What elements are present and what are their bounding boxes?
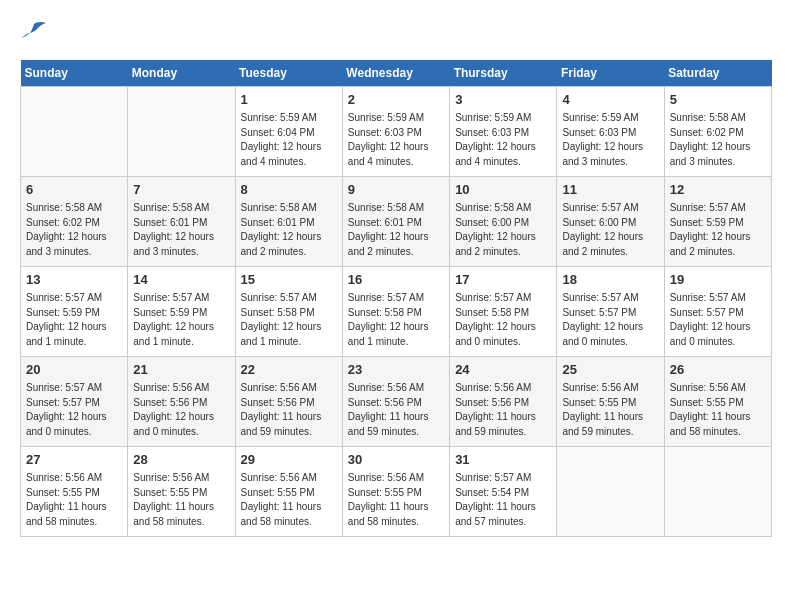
calendar-cell: 25Sunrise: 5:56 AM Sunset: 5:55 PM Dayli…	[557, 357, 664, 447]
day-info: Sunrise: 5:59 AM Sunset: 6:03 PM Dayligh…	[562, 111, 658, 169]
day-number: 15	[241, 271, 337, 289]
calendar-week-row: 13Sunrise: 5:57 AM Sunset: 5:59 PM Dayli…	[21, 267, 772, 357]
calendar-cell: 11Sunrise: 5:57 AM Sunset: 6:00 PM Dayli…	[557, 177, 664, 267]
day-info: Sunrise: 5:58 AM Sunset: 6:00 PM Dayligh…	[455, 201, 551, 259]
day-number: 18	[562, 271, 658, 289]
calendar-cell: 19Sunrise: 5:57 AM Sunset: 5:57 PM Dayli…	[664, 267, 771, 357]
calendar-cell: 26Sunrise: 5:56 AM Sunset: 5:55 PM Dayli…	[664, 357, 771, 447]
day-info: Sunrise: 5:58 AM Sunset: 6:01 PM Dayligh…	[133, 201, 229, 259]
column-header-friday: Friday	[557, 60, 664, 87]
column-header-sunday: Sunday	[21, 60, 128, 87]
calendar-cell: 2Sunrise: 5:59 AM Sunset: 6:03 PM Daylig…	[342, 87, 449, 177]
calendar-cell: 3Sunrise: 5:59 AM Sunset: 6:03 PM Daylig…	[450, 87, 557, 177]
calendar-cell: 8Sunrise: 5:58 AM Sunset: 6:01 PM Daylig…	[235, 177, 342, 267]
calendar-cell	[128, 87, 235, 177]
calendar-cell: 21Sunrise: 5:56 AM Sunset: 5:56 PM Dayli…	[128, 357, 235, 447]
day-info: Sunrise: 5:56 AM Sunset: 5:55 PM Dayligh…	[670, 381, 766, 439]
day-info: Sunrise: 5:57 AM Sunset: 6:00 PM Dayligh…	[562, 201, 658, 259]
day-number: 16	[348, 271, 444, 289]
day-info: Sunrise: 5:56 AM Sunset: 5:56 PM Dayligh…	[241, 381, 337, 439]
day-number: 4	[562, 91, 658, 109]
calendar-table: SundayMondayTuesdayWednesdayThursdayFrid…	[20, 60, 772, 537]
day-number: 24	[455, 361, 551, 379]
calendar-cell: 10Sunrise: 5:58 AM Sunset: 6:00 PM Dayli…	[450, 177, 557, 267]
calendar-week-row: 6Sunrise: 5:58 AM Sunset: 6:02 PM Daylig…	[21, 177, 772, 267]
day-number: 27	[26, 451, 122, 469]
day-number: 20	[26, 361, 122, 379]
day-info: Sunrise: 5:56 AM Sunset: 5:55 PM Dayligh…	[133, 471, 229, 529]
column-header-tuesday: Tuesday	[235, 60, 342, 87]
day-number: 5	[670, 91, 766, 109]
calendar-cell: 20Sunrise: 5:57 AM Sunset: 5:57 PM Dayli…	[21, 357, 128, 447]
day-number: 9	[348, 181, 444, 199]
calendar-cell: 5Sunrise: 5:58 AM Sunset: 6:02 PM Daylig…	[664, 87, 771, 177]
day-info: Sunrise: 5:57 AM Sunset: 5:57 PM Dayligh…	[26, 381, 122, 439]
day-info: Sunrise: 5:59 AM Sunset: 6:04 PM Dayligh…	[241, 111, 337, 169]
calendar-cell: 18Sunrise: 5:57 AM Sunset: 5:57 PM Dayli…	[557, 267, 664, 357]
day-info: Sunrise: 5:58 AM Sunset: 6:01 PM Dayligh…	[241, 201, 337, 259]
day-number: 11	[562, 181, 658, 199]
day-info: Sunrise: 5:56 AM Sunset: 5:55 PM Dayligh…	[562, 381, 658, 439]
calendar-cell: 28Sunrise: 5:56 AM Sunset: 5:55 PM Dayli…	[128, 447, 235, 537]
day-info: Sunrise: 5:56 AM Sunset: 5:56 PM Dayligh…	[455, 381, 551, 439]
calendar-week-row: 20Sunrise: 5:57 AM Sunset: 5:57 PM Dayli…	[21, 357, 772, 447]
calendar-cell: 6Sunrise: 5:58 AM Sunset: 6:02 PM Daylig…	[21, 177, 128, 267]
calendar-cell	[21, 87, 128, 177]
calendar-week-row: 27Sunrise: 5:56 AM Sunset: 5:55 PM Dayli…	[21, 447, 772, 537]
calendar-header-row: SundayMondayTuesdayWednesdayThursdayFrid…	[21, 60, 772, 87]
day-info: Sunrise: 5:57 AM Sunset: 5:57 PM Dayligh…	[562, 291, 658, 349]
calendar-cell: 27Sunrise: 5:56 AM Sunset: 5:55 PM Dayli…	[21, 447, 128, 537]
calendar-cell: 1Sunrise: 5:59 AM Sunset: 6:04 PM Daylig…	[235, 87, 342, 177]
calendar-cell: 9Sunrise: 5:58 AM Sunset: 6:01 PM Daylig…	[342, 177, 449, 267]
calendar-cell: 17Sunrise: 5:57 AM Sunset: 5:58 PM Dayli…	[450, 267, 557, 357]
calendar-week-row: 1Sunrise: 5:59 AM Sunset: 6:04 PM Daylig…	[21, 87, 772, 177]
day-number: 26	[670, 361, 766, 379]
day-info: Sunrise: 5:57 AM Sunset: 5:58 PM Dayligh…	[455, 291, 551, 349]
day-number: 7	[133, 181, 229, 199]
calendar-cell	[557, 447, 664, 537]
day-info: Sunrise: 5:56 AM Sunset: 5:56 PM Dayligh…	[348, 381, 444, 439]
calendar-cell: 16Sunrise: 5:57 AM Sunset: 5:58 PM Dayli…	[342, 267, 449, 357]
calendar-cell: 22Sunrise: 5:56 AM Sunset: 5:56 PM Dayli…	[235, 357, 342, 447]
day-info: Sunrise: 5:58 AM Sunset: 6:02 PM Dayligh…	[670, 111, 766, 169]
column-header-thursday: Thursday	[450, 60, 557, 87]
calendar-cell: 12Sunrise: 5:57 AM Sunset: 5:59 PM Dayli…	[664, 177, 771, 267]
calendar-cell: 13Sunrise: 5:57 AM Sunset: 5:59 PM Dayli…	[21, 267, 128, 357]
day-info: Sunrise: 5:57 AM Sunset: 5:54 PM Dayligh…	[455, 471, 551, 529]
calendar-cell: 23Sunrise: 5:56 AM Sunset: 5:56 PM Dayli…	[342, 357, 449, 447]
day-info: Sunrise: 5:56 AM Sunset: 5:55 PM Dayligh…	[26, 471, 122, 529]
day-info: Sunrise: 5:57 AM Sunset: 5:57 PM Dayligh…	[670, 291, 766, 349]
day-number: 1	[241, 91, 337, 109]
day-number: 21	[133, 361, 229, 379]
day-number: 19	[670, 271, 766, 289]
day-number: 17	[455, 271, 551, 289]
day-number: 14	[133, 271, 229, 289]
calendar-cell	[664, 447, 771, 537]
calendar-cell: 29Sunrise: 5:56 AM Sunset: 5:55 PM Dayli…	[235, 447, 342, 537]
day-number: 25	[562, 361, 658, 379]
page-header	[20, 20, 772, 44]
day-info: Sunrise: 5:56 AM Sunset: 5:55 PM Dayligh…	[241, 471, 337, 529]
calendar-cell: 31Sunrise: 5:57 AM Sunset: 5:54 PM Dayli…	[450, 447, 557, 537]
calendar-cell: 30Sunrise: 5:56 AM Sunset: 5:55 PM Dayli…	[342, 447, 449, 537]
day-number: 30	[348, 451, 444, 469]
calendar-cell: 24Sunrise: 5:56 AM Sunset: 5:56 PM Dayli…	[450, 357, 557, 447]
day-info: Sunrise: 5:57 AM Sunset: 5:58 PM Dayligh…	[348, 291, 444, 349]
logo	[20, 20, 52, 44]
day-number: 3	[455, 91, 551, 109]
day-number: 23	[348, 361, 444, 379]
day-number: 28	[133, 451, 229, 469]
column-header-monday: Monday	[128, 60, 235, 87]
day-info: Sunrise: 5:59 AM Sunset: 6:03 PM Dayligh…	[348, 111, 444, 169]
day-number: 8	[241, 181, 337, 199]
day-info: Sunrise: 5:56 AM Sunset: 5:55 PM Dayligh…	[348, 471, 444, 529]
calendar-cell: 14Sunrise: 5:57 AM Sunset: 5:59 PM Dayli…	[128, 267, 235, 357]
day-number: 6	[26, 181, 122, 199]
day-info: Sunrise: 5:57 AM Sunset: 5:59 PM Dayligh…	[26, 291, 122, 349]
day-number: 2	[348, 91, 444, 109]
day-number: 31	[455, 451, 551, 469]
calendar-cell: 15Sunrise: 5:57 AM Sunset: 5:58 PM Dayli…	[235, 267, 342, 357]
column-header-saturday: Saturday	[664, 60, 771, 87]
day-info: Sunrise: 5:57 AM Sunset: 5:59 PM Dayligh…	[133, 291, 229, 349]
calendar-cell: 4Sunrise: 5:59 AM Sunset: 6:03 PM Daylig…	[557, 87, 664, 177]
